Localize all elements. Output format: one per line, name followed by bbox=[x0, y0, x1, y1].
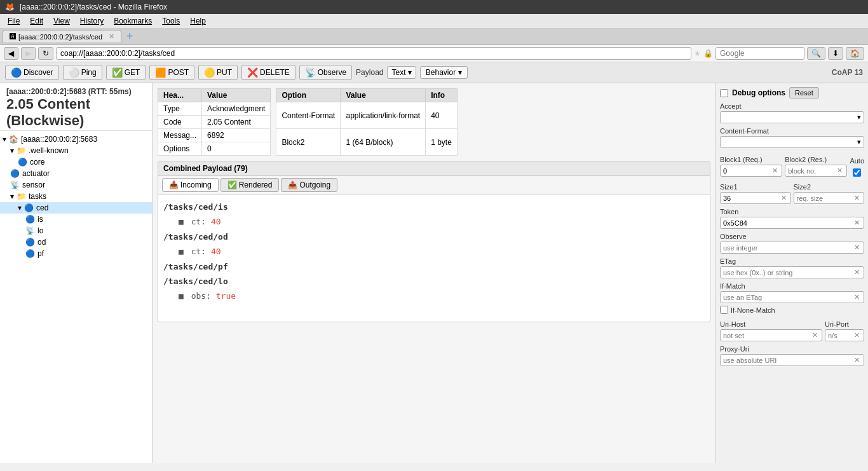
menu-edit[interactable]: Edit bbox=[25, 15, 48, 27]
block1-clear-button[interactable]: ✕ bbox=[771, 167, 779, 175]
uri-port-text-input[interactable] bbox=[828, 332, 853, 339]
browser-tab[interactable]: 🅰 [aaaa::200:0:0:2]/tasks/ced ✕ bbox=[3, 30, 121, 43]
behavior-dropdown[interactable]: Behavior ▾ bbox=[420, 66, 468, 79]
menu-help[interactable]: Help bbox=[185, 15, 211, 27]
uri-host-clear-button[interactable]: ✕ bbox=[811, 331, 819, 339]
forward-button[interactable]: ▶ bbox=[21, 47, 36, 60]
debug-checkbox[interactable] bbox=[720, 89, 728, 97]
discover-button[interactable]: 🔵 Discover bbox=[5, 65, 59, 80]
tab-outgoing[interactable]: 📤 Outgoing bbox=[281, 178, 337, 192]
behavior-label: Behavior bbox=[426, 68, 456, 77]
tree-item-actuator[interactable]: 🔵 actuator bbox=[0, 168, 152, 179]
search-input[interactable] bbox=[715, 47, 804, 60]
tree-root[interactable]: ▾ 🏠 [aaaa::200:0:0:2]:5683 bbox=[0, 133, 152, 145]
accept-dropdown-arrow[interactable]: ▾ bbox=[857, 113, 861, 121]
tree-item-ced[interactable]: ▾ 🔵 ced bbox=[0, 202, 152, 214]
download-button[interactable]: ⬇ bbox=[828, 47, 843, 60]
lo-icon: 📡 bbox=[25, 226, 35, 235]
get-button[interactable]: ✅ GET bbox=[106, 65, 146, 80]
tree-item-sensor[interactable]: 📡 sensor bbox=[0, 179, 152, 191]
uri-host-input[interactable]: ✕ bbox=[720, 329, 822, 341]
proxy-uri-input[interactable]: ✕ bbox=[720, 354, 864, 366]
tree-item-pf[interactable]: 🔵 pf bbox=[0, 248, 152, 259]
accept-text-input[interactable] bbox=[723, 114, 857, 121]
size1-clear-button[interactable]: ✕ bbox=[780, 194, 788, 202]
observe-text-input[interactable] bbox=[723, 244, 853, 252]
tasks-icon: 📁 bbox=[17, 192, 26, 201]
text-dropdown[interactable]: Text ▾ bbox=[387, 66, 416, 79]
search-button[interactable]: 🔍 bbox=[807, 47, 825, 60]
accept-input[interactable]: ▾ bbox=[720, 111, 864, 123]
ping-label: Ping bbox=[81, 68, 97, 77]
content-format-text-input[interactable] bbox=[723, 139, 857, 146]
uri-port-clear-button[interactable]: ✕ bbox=[853, 331, 861, 339]
menu-history[interactable]: History bbox=[75, 15, 109, 27]
etag-text-input[interactable] bbox=[723, 269, 853, 276]
size2-text-input[interactable] bbox=[797, 195, 853, 202]
content-format-input[interactable]: ▾ bbox=[720, 136, 864, 148]
uri-host-text-input[interactable] bbox=[723, 332, 811, 339]
tree-label-core: core bbox=[30, 158, 44, 167]
reset-button[interactable]: Reset bbox=[789, 87, 819, 99]
if-match-input[interactable]: ✕ bbox=[720, 291, 864, 303]
tree-item-lo[interactable]: 📡 lo bbox=[0, 225, 152, 236]
ping-button[interactable]: ⚪ Ping bbox=[63, 65, 102, 80]
status-area: [aaaa::200:0:0:2]:5683 (RTT: 55ms) 2.05 … bbox=[0, 83, 152, 131]
menu-file[interactable]: File bbox=[3, 15, 25, 27]
token-clear-button[interactable]: ✕ bbox=[853, 219, 861, 227]
block2-text-input[interactable] bbox=[788, 167, 836, 175]
if-match-text-input[interactable] bbox=[723, 294, 853, 301]
observe-button[interactable]: 📡 Observe bbox=[299, 65, 352, 80]
delete-button[interactable]: ❌ DELETE bbox=[241, 65, 295, 80]
delete-icon: ❌ bbox=[247, 67, 258, 78]
block2-clear-button[interactable]: ✕ bbox=[836, 167, 844, 175]
ced-expand-icon: ▾ bbox=[18, 203, 22, 212]
block1-text-input[interactable] bbox=[723, 167, 771, 175]
uri-port-input[interactable]: ✕ bbox=[825, 329, 864, 341]
if-match-clear-button[interactable]: ✕ bbox=[853, 293, 861, 301]
block2-input[interactable]: ✕ bbox=[785, 165, 847, 177]
tab-rendered[interactable]: ✅ Rendered bbox=[220, 178, 280, 192]
header-key-opt: Options bbox=[158, 142, 202, 156]
uri-row: Uri-Host ✕ Uri-Port ✕ bbox=[720, 317, 864, 341]
tree-item-core[interactable]: 🔵 core bbox=[0, 156, 152, 168]
tree-item-tasks[interactable]: ▾ 📁 tasks bbox=[0, 191, 152, 202]
size1-input[interactable]: ✕ bbox=[720, 192, 791, 204]
put-button[interactable]: 🟡 PUT bbox=[198, 65, 238, 80]
observe-label: Observe bbox=[318, 68, 346, 77]
proxy-uri-text-input[interactable] bbox=[723, 357, 853, 364]
size1-text-input[interactable] bbox=[723, 195, 780, 202]
titlebar-title: [aaaa::200:0:0:2]/tasks/ced - Mozilla Fi… bbox=[20, 3, 167, 11]
tree-item-od[interactable]: 🔵 od bbox=[0, 236, 152, 248]
content-format-dropdown-arrow[interactable]: ▾ bbox=[857, 138, 861, 146]
etag-input[interactable]: ✕ bbox=[720, 266, 864, 278]
menu-view[interactable]: View bbox=[48, 15, 75, 27]
proxy-uri-label: Proxy-Uri bbox=[720, 345, 864, 353]
bookmark-icon[interactable]: ★ bbox=[694, 49, 701, 58]
tree-item-is[interactable]: 🔵 is bbox=[0, 214, 152, 225]
post-button[interactable]: 🟧 POST bbox=[149, 65, 194, 80]
new-tab-button[interactable]: + bbox=[124, 30, 136, 43]
tab-incoming[interactable]: 📥 Incoming bbox=[162, 178, 219, 192]
size2-input[interactable]: ✕ bbox=[794, 192, 865, 204]
refresh-button[interactable]: ↻ bbox=[38, 47, 53, 60]
token-text-input[interactable] bbox=[723, 219, 853, 227]
menu-bookmarks[interactable]: Bookmarks bbox=[109, 15, 157, 27]
url-input[interactable] bbox=[56, 47, 691, 60]
list-item: /tasks/ced/od bbox=[163, 229, 705, 244]
home-button[interactable]: 🏠 bbox=[846, 47, 864, 60]
tab-close-icon[interactable]: ✕ bbox=[109, 32, 114, 41]
auto-checkbox[interactable] bbox=[853, 168, 861, 177]
observe-clear-button[interactable]: ✕ bbox=[853, 243, 861, 252]
if-none-match-checkbox[interactable] bbox=[720, 306, 728, 314]
menu-tools[interactable]: Tools bbox=[157, 15, 185, 27]
observe-input[interactable]: ✕ bbox=[720, 242, 864, 254]
proxy-uri-clear-button[interactable]: ✕ bbox=[853, 356, 861, 364]
rendered-label: Rendered bbox=[239, 181, 273, 189]
block1-input[interactable]: ✕ bbox=[720, 165, 782, 177]
size2-clear-button[interactable]: ✕ bbox=[853, 194, 861, 202]
back-button[interactable]: ◀ bbox=[4, 47, 18, 60]
etag-clear-button[interactable]: ✕ bbox=[853, 268, 861, 276]
token-input[interactable]: ✕ bbox=[720, 217, 864, 229]
tree-item-wellknown[interactable]: ▾ 📁 .well-known bbox=[0, 145, 152, 156]
